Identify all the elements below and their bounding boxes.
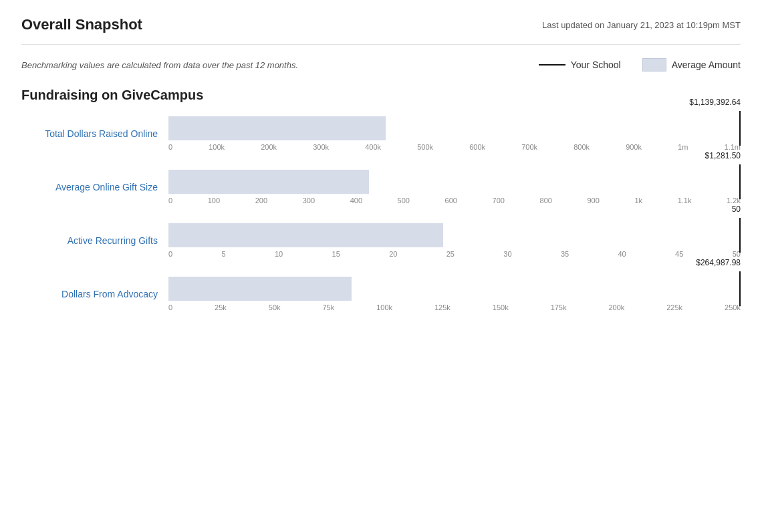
bar-fill-recurring-gifts [168,223,443,247]
axis-tick: 900 [587,196,599,205]
bar-line-recurring-gifts [739,218,741,253]
chart-total-dollars: Total Dollars Raised Online$1,139,392.64… [21,116,741,151]
average-amount-box-icon [642,58,666,72]
axis-tick: 10 [275,250,283,258]
chart-row-total-dollars: Total Dollars Raised Online$1,139,392.64… [21,116,741,151]
axis-recurring-gifts: 05101520253035404550 [168,250,741,258]
legend-average-amount: Average Amount [642,58,741,72]
chart-row-advocacy: Dollars From Advocacy$264,987.98025k50k7… [21,277,741,311]
charts-section: Total Dollars Raised Online$1,139,392.64… [21,116,741,311]
chart-advocacy: Dollars From Advocacy$264,987.98025k50k7… [21,277,741,311]
legend-row: Benchmarking values are calculated from … [21,58,741,72]
axis-tick: 500 [398,196,410,205]
axis-tick: 35 [561,250,569,258]
bar-line-average-gift [739,164,741,199]
axis-total-dollars: 0100k200k300k400k500k600k700k800k900k1m1… [168,143,741,151]
axis-tick: 0 [168,196,172,205]
axis-tick: 200 [255,196,267,205]
chart-row-average-gift: Average Online Gift Size$1,281.500100200… [21,170,741,205]
chart-row-recurring-gifts: Active Recurring Gifts500510152025303540… [21,223,741,258]
value-label-advocacy: $264,987.98 [696,258,741,267]
axis-tick: 900k [626,143,642,151]
axis-tick: 50k [269,303,281,311]
axis-tick: 225k [666,303,682,311]
axis-tick: 0 [168,143,172,151]
chart-area-average-gift: $1,281.5001002003004005006007008009001k1… [168,170,741,205]
bar-wrapper-advocacy: $264,987.98 [168,277,741,301]
average-amount-label: Average Amount [672,59,741,70]
axis-tick: 300 [303,196,315,205]
axis-tick: 125k [434,303,451,311]
axis-tick: 75k [322,303,334,311]
bar-fill-average-gift [168,170,369,194]
axis-tick: 0 [168,303,172,311]
axis-tick: 700 [493,196,505,205]
axis-tick: 250k [725,303,741,311]
axis-tick: 0 [168,250,172,258]
your-school-line-icon [539,64,565,65]
axis-tick: 1.1k [678,196,692,205]
axis-tick: 20 [389,250,397,258]
axis-tick: 400 [350,196,362,205]
axis-tick: 30 [503,250,511,258]
last-updated-text: Last updated on January 21, 2023 at 10:1… [542,20,741,30]
axis-tick: 1.2k [727,196,741,205]
axis-tick: 15 [332,250,340,258]
axis-tick: 700k [521,143,537,151]
axis-tick: 800 [540,196,552,205]
axis-tick: 100k [376,303,392,311]
axis-tick: 1.1m [725,143,741,151]
axis-tick: 175k [551,303,567,311]
chart-recurring-gifts: Active Recurring Gifts500510152025303540… [21,223,741,258]
chart-area-total-dollars: $1,139,392.640100k200k300k400k500k600k70… [168,116,741,151]
page-title: Overall Snapshot [21,16,142,33]
axis-tick: 600 [445,196,457,205]
axis-tick: 300k [313,143,329,151]
axis-tick: 25 [447,250,455,258]
legend-your-school: Your School [539,59,621,70]
axis-tick: 100 [208,196,220,205]
axis-tick: 40 [618,250,626,258]
axis-tick: 800k [574,143,590,151]
axis-tick: 150k [493,303,509,311]
chart-label-total-dollars[interactable]: Total Dollars Raised Online [21,128,168,139]
benchmark-note: Benchmarking values are calculated from … [21,60,298,70]
bar-line-advocacy [739,271,741,306]
axis-tick: 1m [678,143,688,151]
bar-fill-total-dollars [168,116,386,140]
chart-label-recurring-gifts[interactable]: Active Recurring Gifts [21,235,168,246]
axis-tick: 600k [469,143,485,151]
bar-fill-advocacy [168,277,352,301]
bar-wrapper-average-gift: $1,281.50 [168,170,741,194]
axis-tick: 400k [365,143,381,151]
axis-tick: 1k [634,196,642,205]
chart-area-advocacy: $264,987.98025k50k75k100k125k150k175k200… [168,277,741,311]
section-title: Fundraising on GiveCampus [21,88,741,103]
value-label-average-gift: $1,281.50 [705,151,741,160]
chart-label-average-gift[interactable]: Average Online Gift Size [21,182,168,192]
value-label-recurring-gifts: 50 [732,205,741,214]
axis-tick: 5 [221,250,225,258]
axis-tick: 25k [215,303,227,311]
chart-area-recurring-gifts: 5005101520253035404550 [168,223,741,258]
axis-average-gift: 01002003004005006007008009001k1.1k1.2k [168,196,741,205]
value-label-total-dollars: $1,139,392.64 [689,98,741,107]
chart-label-advocacy[interactable]: Dollars From Advocacy [21,289,168,299]
chart-legend: Your School Average Amount [539,58,741,72]
bar-wrapper-recurring-gifts: 50 [168,223,741,247]
axis-tick: 500k [417,143,433,151]
axis-tick: 200k [261,143,277,151]
page-header: Overall Snapshot Last updated on January… [21,16,741,45]
your-school-label: Your School [571,59,621,70]
axis-advocacy: 025k50k75k100k125k150k175k200k225k250k [168,303,741,311]
bar-wrapper-total-dollars: $1,139,392.64 [168,116,741,140]
axis-tick: 45 [675,250,683,258]
axis-tick: 200k [608,303,624,311]
chart-average-gift: Average Online Gift Size$1,281.500100200… [21,170,741,205]
axis-tick: 100k [209,143,225,151]
bar-line-total-dollars [739,111,741,146]
